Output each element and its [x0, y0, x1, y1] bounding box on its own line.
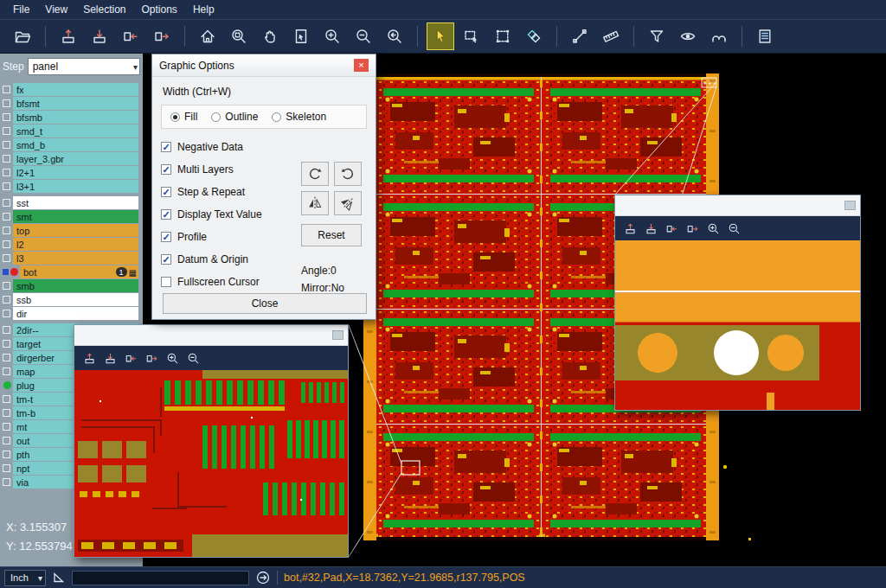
layer-row-dir[interactable]: dir: [2, 307, 143, 320]
rotate-cw-button[interactable]: [301, 162, 329, 186]
zoom-out-button[interactable]: [350, 23, 376, 49]
import-step-button[interactable]: [645, 222, 658, 235]
zoom-in-button[interactable]: [166, 352, 179, 365]
marquee-select-button[interactable]: [459, 23, 485, 49]
layer-checkbox[interactable]: [3, 86, 10, 93]
command-input[interactable]: [72, 571, 249, 585]
home-view-button[interactable]: [195, 23, 221, 49]
layer-checkbox[interactable]: [3, 354, 10, 361]
layer-checkbox[interactable]: [3, 340, 10, 348]
dialog-titlebar[interactable]: Graphic Options: [152, 54, 376, 77]
measure-ruler-button[interactable]: [598, 23, 624, 49]
layer-checkbox[interactable]: [3, 409, 10, 417]
zoom-in-button[interactable]: [707, 222, 720, 235]
page-select-button[interactable]: [288, 23, 314, 49]
pan-hand-button[interactable]: [257, 23, 283, 49]
option-step-repeat[interactable]: Step & Repeat: [161, 181, 301, 203]
open-file-button[interactable]: [10, 23, 35, 49]
left-magnifier-view[interactable]: [74, 370, 348, 557]
layer-row-sst[interactable]: sst: [2, 196, 143, 209]
option-display-text-value[interactable]: Display Text Value: [161, 203, 301, 226]
layer-checkbox[interactable]: [3, 127, 10, 135]
window-button-icon[interactable]: [332, 330, 343, 340]
layer-checkbox[interactable]: [3, 464, 10, 472]
import-step-button[interactable]: [87, 23, 112, 49]
layer-checkbox[interactable]: [3, 326, 10, 334]
option-fullscreen-cursor[interactable]: Fullscreen Cursor: [161, 271, 301, 293]
layer-checkbox[interactable]: [3, 199, 10, 207]
layer-checkbox[interactable]: [3, 423, 10, 431]
option-negative-data[interactable]: Negative Data: [161, 136, 301, 158]
layer-checkbox[interactable]: [3, 437, 10, 444]
export-right-button[interactable]: [149, 23, 175, 49]
layer-row-l2+1[interactable]: l2+1: [2, 166, 143, 179]
refresh-icon[interactable]: [255, 570, 271, 585]
layer-row-l2[interactable]: l2: [2, 238, 143, 251]
step-select[interactable]: panel: [28, 58, 140, 75]
unit-select[interactable]: Inch: [4, 570, 46, 586]
layer-checkbox[interactable]: [3, 296, 10, 304]
export-step-button[interactable]: [624, 222, 637, 235]
import-left-button[interactable]: [125, 352, 138, 365]
layer-checkbox[interactable]: [3, 240, 10, 248]
layer-checkbox[interactable]: [3, 282, 10, 290]
export-right-button[interactable]: [145, 352, 158, 365]
zoom-window-button[interactable]: [226, 23, 252, 49]
left-magnifier-titlebar[interactable]: [74, 325, 348, 346]
layer-checkbox[interactable]: [3, 213, 10, 220]
import-left-button[interactable]: [665, 222, 678, 235]
right-magnifier-view[interactable]: [615, 240, 860, 410]
zoom-out-button[interactable]: [187, 352, 200, 365]
layer-checkbox[interactable]: [3, 169, 10, 176]
layer-checkbox[interactable]: [3, 141, 10, 149]
close-icon[interactable]: [354, 59, 369, 72]
export-right-button[interactable]: [686, 222, 699, 235]
import-step-button[interactable]: [104, 352, 117, 365]
layer-checkbox[interactable]: [3, 254, 10, 262]
window-button-icon[interactable]: [844, 201, 856, 210]
view-eye-button[interactable]: [675, 23, 701, 49]
option-multi-layers[interactable]: Multi Layers: [161, 158, 301, 181]
export-step-button[interactable]: [83, 352, 96, 365]
zoom-previous-button[interactable]: [382, 23, 408, 49]
select-arrow-button[interactable]: [427, 23, 453, 49]
loop-search-button[interactable]: [706, 23, 732, 49]
layer-row-bot[interactable]: bot1: [2, 265, 143, 278]
menu-item-options[interactable]: Options: [134, 1, 185, 18]
option-profile[interactable]: Profile: [161, 226, 301, 248]
layer-checkbox[interactable]: [3, 227, 10, 234]
menu-item-view[interactable]: View: [37, 1, 75, 18]
dialog-close-button[interactable]: Close: [163, 293, 367, 314]
layer-checkbox[interactable]: [3, 99, 10, 107]
layer-row-l3[interactable]: l3: [2, 252, 143, 265]
rotate-ccw-button[interactable]: [334, 162, 362, 186]
mirror-horizontal-button[interactable]: [301, 191, 329, 215]
fill-mode-skeleton[interactable]: Skeleton: [272, 111, 326, 123]
layer-checkbox[interactable]: [3, 368, 10, 375]
layer-row-layer_3.gbr[interactable]: layer_3.gbr: [2, 152, 143, 165]
right-magnifier-titlebar[interactable]: [615, 195, 860, 216]
layer-row-smd_b[interactable]: smd_b: [2, 138, 143, 151]
menu-item-help[interactable]: Help: [185, 1, 222, 18]
layer-row-bfsmb[interactable]: bfsmb: [2, 111, 143, 124]
filter-button[interactable]: [644, 23, 670, 49]
layer-checkbox[interactable]: [3, 478, 10, 486]
layer-checkbox[interactable]: [3, 451, 10, 458]
layer-checkbox[interactable]: [3, 155, 10, 163]
fill-mode-fill[interactable]: Fill: [170, 111, 197, 123]
layer-checkbox[interactable]: [3, 182, 10, 190]
layer-checkbox[interactable]: [3, 113, 10, 121]
layers-diamond-button[interactable]: [521, 23, 547, 49]
measure-line-button[interactable]: [567, 23, 593, 49]
mirror-diagonal-button[interactable]: [334, 191, 362, 215]
fill-mode-outline[interactable]: Outline: [211, 111, 258, 123]
layer-row-smt[interactable]: smt: [2, 210, 143, 223]
layer-row-bfsmt[interactable]: bfsmt: [2, 97, 143, 110]
layer-row-top[interactable]: top: [2, 224, 143, 237]
reset-button[interactable]: Reset: [301, 224, 362, 246]
layer-checkbox[interactable]: [3, 395, 10, 403]
menu-item-file[interactable]: File: [5, 1, 37, 18]
import-left-button[interactable]: [118, 23, 144, 49]
export-step-button[interactable]: [55, 23, 81, 49]
layer-row-smb[interactable]: smb: [2, 279, 143, 292]
